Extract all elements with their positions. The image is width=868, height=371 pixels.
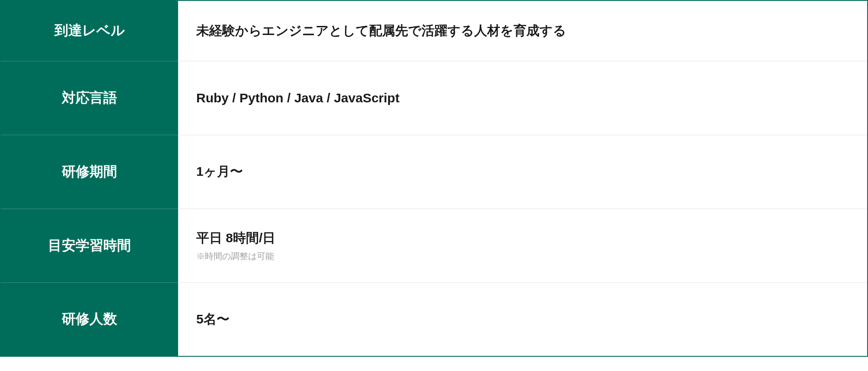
- row-label: 研修期間: [0, 135, 178, 209]
- row-value-text: 平日 8時間/日: [196, 231, 275, 245]
- table-row: 目安学習時間 平日 8時間/日 ※時間の調整は可能: [0, 209, 868, 282]
- row-label: 到達レベル: [0, 0, 178, 61]
- row-label: 目安学習時間: [0, 209, 178, 282]
- row-value: 平日 8時間/日 ※時間の調整は可能: [178, 209, 868, 282]
- row-note: ※時間の調整は可能: [196, 251, 867, 262]
- row-value: 5名〜: [178, 282, 868, 356]
- table-row: 研修期間 1ヶ月〜: [0, 135, 868, 209]
- table-row: 到達レベル 未経験からエンジニアとして配属先で活躍する人材を育成する: [0, 0, 868, 61]
- row-value: 1ヶ月〜: [178, 135, 868, 209]
- row-label: 研修人数: [0, 282, 178, 356]
- row-value: Ruby / Python / Java / JavaScript: [178, 61, 868, 135]
- table-row: 研修人数 5名〜: [0, 282, 868, 356]
- info-table: 到達レベル 未経験からエンジニアとして配属先で活躍する人材を育成する 対応言語 …: [0, 0, 868, 357]
- row-label: 対応言語: [0, 61, 178, 135]
- table-row: 対応言語 Ruby / Python / Java / JavaScript: [0, 61, 868, 135]
- row-value: 未経験からエンジニアとして配属先で活躍する人材を育成する: [178, 0, 868, 61]
